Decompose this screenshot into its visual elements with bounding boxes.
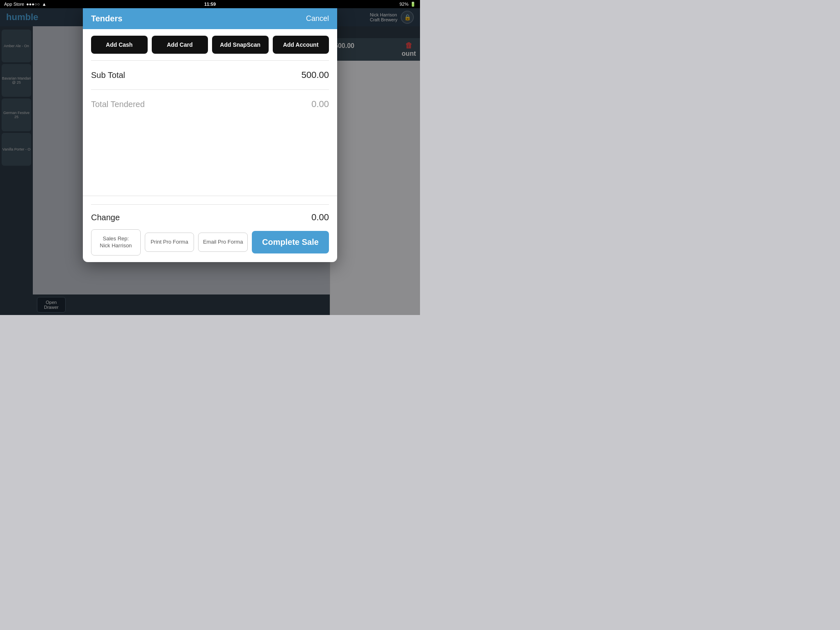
wifi-icon: ▲ [42,2,46,7]
modal-body: Add Cash Add Card Add SnapScan Add Accou… [83,29,337,196]
sub-total-label: Sub Total [91,71,125,80]
change-label: Change [91,213,120,222]
battery-icon: 🔋 [410,2,416,7]
sales-rep-label: Sales Rep: Nick Harrison [100,235,132,249]
status-right: 92% 🔋 [399,2,416,7]
footer-actions: Sales Rep: Nick Harrison Print Pro Forma… [91,229,329,256]
add-cash-button[interactable]: Add Cash [91,36,148,54]
tenders-modal: Tenders Cancel Add Cash Add Card Add Sna… [83,8,337,262]
tender-buttons-row: Add Cash Add Card Add SnapScan Add Accou… [91,36,329,54]
spacer [91,115,329,189]
total-tendered-value: 0.00 [311,99,329,110]
sales-rep-button[interactable]: Sales Rep: Nick Harrison [91,229,141,256]
change-row: Change 0.00 [91,208,329,229]
divider-2 [91,89,329,90]
carrier-label: App Store [4,2,24,7]
modal-title: Tenders [91,14,122,23]
status-left: App Store ●●●○○ ▲ [4,2,46,7]
divider-1 [91,60,329,61]
status-bar: App Store ●●●○○ ▲ 11:59 92% 🔋 [0,0,420,8]
sub-total-value: 500.00 [301,70,329,80]
add-card-button[interactable]: Add Card [152,36,208,54]
cancel-button[interactable]: Cancel [306,14,329,23]
signal-indicator: ●●●○○ [26,2,40,7]
footer-divider [91,204,329,205]
total-tendered-label: Total Tendered [91,100,145,109]
modal-footer: Change 0.00 Sales Rep: Nick Harrison Pri… [83,196,337,262]
battery-label: 92% [399,2,409,7]
add-account-button[interactable]: Add Account [273,36,329,54]
sub-total-row: Sub Total 500.00 [91,64,329,86]
total-tendered-row: Total Tendered 0.00 [91,93,329,115]
modal-header: Tenders Cancel [83,8,337,29]
modal-overlay: Tenders Cancel Add Cash Add Card Add Sna… [0,8,420,315]
complete-sale-button[interactable]: Complete Sale [252,231,329,253]
status-time: 11:59 [204,2,216,7]
change-value: 0.00 [311,212,329,223]
add-snapscan-button[interactable]: Add SnapScan [212,36,269,54]
print-pro-forma-button[interactable]: Print Pro Forma [145,233,194,252]
email-pro-forma-button[interactable]: Email Pro Forma [198,233,248,252]
